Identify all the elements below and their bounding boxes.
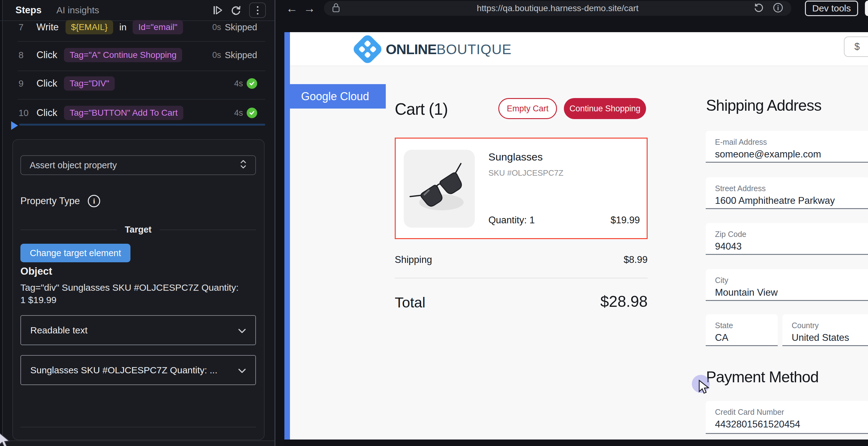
street-address-field[interactable]: Street Address 1600 Amphitheatre Parkway [706,177,868,209]
country-label: Country [792,321,819,330]
credit-card-number-field[interactable]: Credit Card Number 4432801561520454 [706,401,868,434]
step-row-7[interactable]: 7 Write ${EMAIL} in Id="email" 0s Skippe… [0,15,275,39]
run-from-step-icon[interactable] [213,5,223,15]
mouse-cursor-icon [0,432,11,446]
edge-panel-button[interactable] [865,1,868,16]
product-quantity: Quantity: 1 [488,215,535,226]
step-action: Click [36,107,57,118]
step-variable-badge: ${EMAIL} [65,20,113,34]
step-duration: 4s [234,108,243,118]
city-label: City [715,276,728,285]
property-select-value: Readable text [30,325,88,335]
step-action: Write [36,22,59,33]
step-number: 10 [19,108,29,118]
credit-card-number-value: 4432801561520454 [715,419,800,430]
property-type-row: Property Type i [21,195,100,207]
reload-icon[interactable] [754,3,764,14]
panel-footer [0,440,275,446]
url-bar[interactable]: https://qa.boutique.harness-demo.site/ca… [324,1,791,16]
tab-steps[interactable]: Steps [16,5,41,16]
updown-caret-icon [240,159,247,171]
panel-divider [275,0,275,446]
currency-selector[interactable]: $ [844,36,868,57]
step-row-9[interactable]: 9 Click Tag="DIV" 4s [0,71,275,96]
step-status-text: Skipped [225,22,257,32]
step-row-10[interactable]: 10 Click Tag="BUTTON" Add To Cart 4s [0,100,275,125]
object-heading: Object [21,265,52,277]
success-check-icon [247,108,257,118]
execution-pointer-icon [11,121,18,130]
test-steps-panel: Steps AI insights 7 Write ${EMAIL} in Id… [0,0,275,446]
brand-bold: ONLINE [386,41,436,58]
step-status: 0s Skipped [212,22,257,32]
target-section-label: Target [125,225,152,235]
step-number: 8 [19,50,29,60]
continue-shopping-button[interactable]: Continue Shopping [564,98,646,119]
shipping-address-heading: Shipping Address [706,96,821,114]
zip-code-value: 94043 [715,241,742,252]
page-info-icon[interactable] [773,2,783,14]
execution-progress-line [19,124,265,125]
browser-forward-icon[interactable]: → [304,0,315,17]
target-section-divider: Target [21,225,256,235]
url-bar-actions [754,2,783,14]
property-type-label: Property Type [21,196,80,207]
zip-code-label: Zip Code [715,230,746,239]
step-status: 4s [234,78,257,89]
viewport-bottom-strip [284,440,868,446]
change-target-button[interactable]: Change target element [21,244,130,262]
step-action: Click [36,50,57,61]
inspector-divider [21,427,256,427]
email-value: someone@example.com [715,149,821,160]
property-select[interactable]: Readable text [21,315,256,345]
city-field[interactable]: City Mountain View [706,269,868,301]
online-boutique-wordmark[interactable]: ONLINEBOUTIQUE [386,41,512,58]
email-field[interactable]: E-mail Address someone@example.com [706,131,868,163]
step-divider [18,41,265,42]
step-status: 0s Skipped [212,50,257,60]
info-icon[interactable]: i [88,195,100,207]
object-select-value: Sunglasses SKU #OLJCESPC7Z Quantity: ... [30,365,217,376]
step-status: 4s [234,108,257,118]
email-label: E-mail Address [715,138,767,147]
google-cloud-badge: Google Cloud [284,84,386,109]
step-action: Click [36,78,57,89]
country-field[interactable]: Country United States [782,314,868,346]
step-status-text: Skipped [225,50,257,60]
step-duration: 4s [234,79,243,88]
step-connector: in [119,22,126,32]
step-row-8[interactable]: 8 Click Tag="A" Continue Shopping 0s Ski… [0,43,275,67]
step-divider [18,99,265,99]
mouse-cursor-icon [698,380,710,395]
step-target-badge: Tag="DIV" [64,77,115,91]
rerun-icon[interactable] [230,5,241,16]
street-address-label: Street Address [715,184,766,193]
summary-divider [395,278,648,278]
object-select[interactable]: Sunglasses SKU #OLJCESPC7Z Quantity: ... [21,355,256,385]
step-number: 7 [19,22,29,32]
step-target-badge: Tag="BUTTON" Add To Cart [64,106,183,120]
shipping-row-value: $8.99 [395,254,648,265]
state-field[interactable]: State CA [706,314,778,346]
currency-symbol: $ [855,41,860,52]
total-value: $28.98 [395,293,648,310]
success-check-icon [247,78,257,89]
browser-back-icon[interactable]: ← [286,0,298,17]
zip-code-field[interactable]: Zip Code 94043 [706,223,868,255]
step-duration: 0s [212,51,221,60]
cart-title: Cart (1) [395,99,448,118]
chevron-down-icon [238,365,246,376]
product-price: $19.99 [611,215,640,226]
tab-ai-insights[interactable]: AI insights [56,5,99,16]
country-value: United States [792,332,849,343]
lock-icon [332,3,340,14]
assertion-type-select[interactable]: Assert object property [21,155,256,175]
url-text: https://qa.boutique.harness-demo.site/ca… [324,3,791,13]
product-name: Sunglasses [488,151,543,163]
devtools-button[interactable]: Dev tools [805,1,858,16]
product-image [404,150,475,228]
empty-cart-button[interactable]: Empty Cart [498,98,557,119]
step-target-badge: Id="email" [133,20,183,34]
assertion-type-value: Assert object property [30,160,117,171]
step-number: 9 [19,79,29,89]
